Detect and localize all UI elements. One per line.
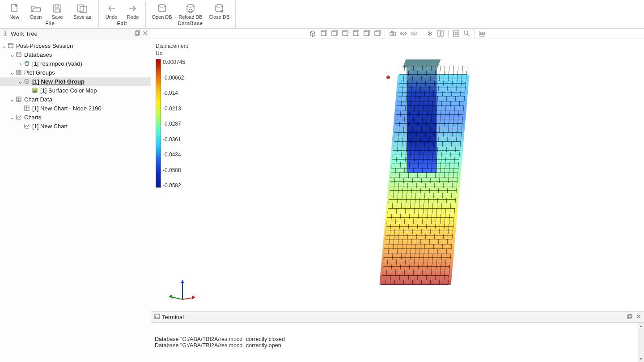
folder-open-icon xyxy=(30,4,42,13)
terminal-panel: Terminal Database "G:/ABA/TBI2A/res.mpco… xyxy=(151,311,644,362)
zoom-fit-icon[interactable] xyxy=(452,29,461,38)
tree-icon xyxy=(3,30,9,38)
colorbar-tick: -0.0508 xyxy=(163,167,185,173)
tree-label: Chart Data xyxy=(24,96,52,103)
ribbon-btn-label: Reload DB xyxy=(178,14,202,20)
reload-db-button[interactable]: Reload DB xyxy=(177,1,204,20)
zoom-icon[interactable] xyxy=(462,29,471,38)
panel-restore-icon[interactable] xyxy=(135,30,140,37)
colorbar-title2: Ux xyxy=(156,50,188,56)
svg-rect-12 xyxy=(8,43,13,48)
colorbar-gradient xyxy=(156,59,161,188)
ribbon-btn-label: Undo xyxy=(106,14,117,20)
tree-plot-groups[interactable]: ⌄ Plot Groups xyxy=(0,68,151,77)
open-db-button[interactable]: + Open DB xyxy=(148,1,175,20)
colorbar-tick: -0.0287 xyxy=(163,121,185,127)
db-reload-icon xyxy=(185,4,196,13)
chevron-down-icon[interactable]: ⌄ xyxy=(1,42,7,49)
svg-point-9 xyxy=(216,4,223,7)
svg-rect-2 xyxy=(55,5,59,7)
chevron-down-icon[interactable]: ⌄ xyxy=(9,51,15,58)
svg-point-31 xyxy=(392,33,394,35)
open-button[interactable]: Open xyxy=(26,1,46,20)
colorbar: Displacement Ux 0.000745-0.00662-0.014-0… xyxy=(156,43,188,189)
ribbon-group-label: DataBase xyxy=(178,21,203,26)
scroll-down-icon[interactable]: ▾ xyxy=(640,357,642,361)
svg-rect-5 xyxy=(80,6,86,13)
svg-marker-43 xyxy=(169,295,173,299)
tree-root[interactable]: ⌄ Post-Process Session xyxy=(0,41,151,50)
chevron-down-icon[interactable]: ⌄ xyxy=(9,69,15,76)
save-as-button[interactable]: Save as xyxy=(69,1,96,20)
ribbon-btn-label: Save as xyxy=(73,14,91,20)
chevron-down-icon[interactable]: ⌄ xyxy=(9,114,15,121)
panel-close-icon[interactable] xyxy=(143,30,148,37)
view-top-icon[interactable] xyxy=(362,29,371,38)
svg-rect-29 xyxy=(375,31,379,36)
chevron-down-icon[interactable]: ⌄ xyxy=(9,96,15,103)
viewport-3d[interactable]: Displacement Ux 0.000745-0.00662-0.014-0… xyxy=(151,38,644,311)
terminal-header: Terminal xyxy=(151,312,644,323)
eye-dash-icon[interactable] xyxy=(410,29,419,38)
ribbon-btn-label: Open DB xyxy=(152,14,172,20)
split-icon[interactable] xyxy=(436,29,445,38)
new-button[interactable]: New xyxy=(4,1,24,20)
scroll-up-icon[interactable]: ▴ xyxy=(640,324,642,328)
colorbar-tick: -0.0361 xyxy=(163,136,185,143)
view-iso-icon[interactable] xyxy=(308,29,317,38)
svg-rect-17 xyxy=(17,73,18,75)
tree-plot-group-item[interactable]: ⌄ [1] New Plot Group xyxy=(0,77,151,86)
colorbar-tick: -0.0582 xyxy=(163,182,185,189)
file-new-icon xyxy=(8,4,20,13)
redo-icon xyxy=(127,4,139,13)
tree-database-item[interactable]: › [1] res.mpco (Valid) xyxy=(0,59,151,68)
svg-point-39 xyxy=(464,31,468,34)
close-db-button[interactable]: Close DB xyxy=(206,1,233,20)
view-left-icon[interactable] xyxy=(340,29,349,38)
tree-chart-item[interactable]: [1] New Chart xyxy=(0,122,151,130)
camera-icon[interactable] xyxy=(388,29,397,38)
svg-rect-48 xyxy=(628,314,632,318)
tree-surface-colormap[interactable]: [1] Surface Color Map xyxy=(0,86,151,95)
ribbon-btn-label: Close DB xyxy=(209,14,229,20)
terminal-body[interactable]: Database "G:/ABA/TBI2A/res.mpco" correct… xyxy=(151,323,644,362)
ribbon-btn-label: Redo xyxy=(127,14,139,20)
eye-open-icon[interactable] xyxy=(399,29,408,38)
view-back-icon[interactable] xyxy=(330,29,339,38)
grid-icon[interactable] xyxy=(478,29,487,38)
terminal-scrollbar[interactable]: ▴ ▾ xyxy=(638,323,644,362)
undo-button[interactable]: Undo xyxy=(102,1,121,20)
tree-chart-data-item[interactable]: [1] New Chart - Node 2190 xyxy=(0,104,151,113)
work-tree-header: Work Tree xyxy=(0,29,151,39)
tree-databases[interactable]: ⌄ Databases xyxy=(0,50,151,59)
view-bottom-icon[interactable] xyxy=(373,29,381,38)
svg-text:+: + xyxy=(165,8,167,13)
tree-chart-data[interactable]: ⌄ Chart Data xyxy=(0,95,151,104)
view-front-icon[interactable] xyxy=(319,29,328,38)
redo-button[interactable]: Redo xyxy=(123,1,143,20)
ribbon-group-file: New Open Save Save as File xyxy=(2,1,99,28)
svg-rect-37 xyxy=(453,31,459,36)
chart-item-icon xyxy=(23,122,30,130)
tree-charts[interactable]: ⌄ Charts xyxy=(0,113,151,122)
chevron-down-icon[interactable]: ⌄ xyxy=(17,78,23,85)
db-close-icon xyxy=(213,4,225,13)
tree-label: [1] New Chart - Node 2190 xyxy=(32,105,102,112)
colorbar-tick: -0.0434 xyxy=(163,152,185,158)
colorbar-tick: 0.000745 xyxy=(163,59,185,65)
panel-restore-icon[interactable] xyxy=(627,314,632,320)
ribbon-group-label: Edit xyxy=(117,21,127,26)
panel-close-icon[interactable] xyxy=(636,314,641,320)
svg-rect-10 xyxy=(135,32,139,35)
svg-marker-45 xyxy=(192,295,195,299)
chevron-right-icon[interactable]: › xyxy=(17,60,23,67)
colorbar-title1: Displacement xyxy=(156,43,188,49)
view-right-icon[interactable] xyxy=(351,29,360,38)
toolbar-separator xyxy=(422,30,422,37)
mirror-icon[interactable] xyxy=(425,29,434,38)
svg-point-13 xyxy=(17,52,21,54)
colormap-icon xyxy=(31,87,38,94)
terminal-icon xyxy=(154,313,160,321)
save-button[interactable]: Save xyxy=(47,1,67,20)
terminal-line: Database "G:/ABA/TBI2A/res.mpco" correct… xyxy=(155,342,640,349)
